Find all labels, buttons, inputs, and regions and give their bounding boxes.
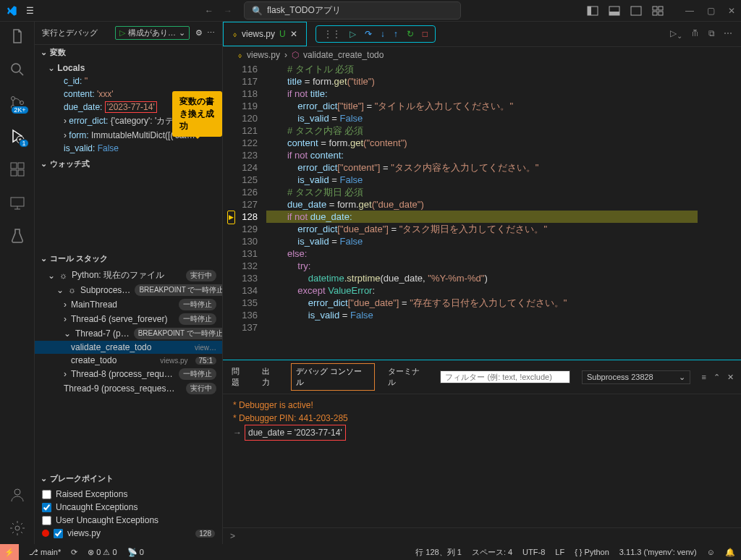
bp-user-uncaught[interactable]: User Uncaught Exceptions (35, 514, 222, 527)
tab-debug-console[interactable]: デバッグ コンソール (291, 363, 375, 391)
maximize-button[interactable]: ▢ (707, 6, 715, 16)
svg-rect-3 (609, 12, 619, 15)
command-center[interactable]: 🔍 flask_TODOアプリ (244, 1, 461, 20)
eol-status[interactable]: LF (555, 548, 564, 556)
breakpoints-section-header[interactable]: ブレークポイント (35, 471, 222, 486)
tab-problems[interactable]: 問題 (230, 364, 249, 390)
feedback-icon[interactable]: ☺ (707, 548, 715, 556)
nav-back[interactable]: ← (205, 6, 213, 16)
more-icon[interactable]: ⋯ (207, 28, 215, 38)
restart-button[interactable]: ↻ (407, 29, 414, 39)
svg-point-19 (14, 489, 20, 495)
stack-thread7[interactable]: Thread-7 (p…BREAKPOINT で一時停止 (35, 326, 222, 341)
close-tab-icon[interactable]: ✕ (290, 29, 297, 39)
tooltip-variable-changed: 変数の書き換え成功 (172, 91, 222, 137)
interpreter-status[interactable]: 3.11.3 ('myenv': venv) (619, 548, 697, 556)
code-editor[interactable]: 116117118119120 121122123124125 12612712… (223, 63, 741, 360)
encoding-status[interactable]: UTF-8 (522, 548, 545, 556)
stack-thread8[interactable]: Thread-8 (process_requ…一時停止 (35, 367, 222, 381)
layout-sidebar-right-icon[interactable] (630, 5, 642, 17)
callstack-section-header[interactable]: コール スタック (35, 251, 222, 266)
stack-frame2[interactable]: create_todoviews.py75:1 (35, 354, 222, 367)
stack-mainthread[interactable]: MainThread一時停止 (35, 297, 222, 312)
minimap[interactable] (698, 63, 741, 360)
gutter: 116117118119120 121122123124125 12612712… (223, 63, 266, 360)
more-actions-icon[interactable]: ⋯ (724, 28, 732, 40)
svg-rect-5 (653, 7, 657, 10)
svg-rect-7 (653, 12, 657, 15)
testing-icon[interactable] (9, 227, 26, 245)
debug-console-input[interactable]: > (223, 527, 741, 544)
step-into-button[interactable]: ↓ (381, 29, 385, 39)
split-editor-icon[interactable]: ⫚ (691, 28, 700, 40)
remote-icon[interactable] (9, 194, 26, 211)
layout-customize-icon[interactable] (652, 5, 664, 17)
tab-terminal[interactable]: ターミナル (386, 364, 429, 390)
step-over-button[interactable]: ↷ (365, 29, 372, 39)
problems-status[interactable]: ⊗ 0 ⚠ 0 (88, 548, 117, 557)
vscode-icon (6, 5, 17, 17)
filter-input[interactable] (440, 370, 570, 383)
accounts-icon[interactable] (9, 486, 26, 504)
debug-settings-icon[interactable]: ⚙ (195, 28, 203, 38)
locals-header[interactable]: Locals (57, 63, 85, 73)
svg-point-10 (11, 97, 14, 101)
tab-output[interactable]: 出力 (261, 364, 279, 390)
indent-status[interactable]: スペース: 4 (472, 547, 512, 558)
drag-handle-icon[interactable]: ⋮⋮ (323, 29, 341, 39)
variables-section-header[interactable]: 変数 (35, 45, 222, 60)
watch-section-header[interactable]: ウォッチ式 (35, 156, 222, 171)
debug-config-select[interactable]: ▷構成があり…⌄ (115, 26, 190, 40)
stack-subprocess[interactable]: ☼ Subproces…BREAKPOINT で一時停止 (35, 283, 222, 297)
layout-panel-icon[interactable] (609, 5, 620, 17)
diff-icon[interactable]: ⧉ (708, 28, 715, 40)
collapse-icon[interactable]: ⌃ (714, 373, 720, 382)
search-icon[interactable] (9, 61, 26, 78)
svg-point-20 (15, 526, 20, 530)
stop-button[interactable]: □ (423, 29, 428, 39)
minimize-button[interactable]: — (685, 6, 694, 16)
sync-icon[interactable]: ⟳ (71, 548, 77, 557)
svg-rect-18 (11, 198, 24, 206)
breadcrumb[interactable]: ⬨ views.py › ⬡ validate_create_todo (223, 47, 741, 63)
titlebar: ☰ ← → 🔍 flask_TODOアプリ — ▢ ✕ (0, 0, 741, 22)
due-date-value[interactable]: '2023-77-14' (105, 101, 157, 113)
debug-console-output[interactable]: * Debugger is active! * Debugger PIN: 44… (223, 394, 741, 527)
continue-button[interactable]: ▷ (350, 29, 356, 39)
stack-thread6[interactable]: Thread-6 (serve_forever)一時停止 (35, 312, 222, 326)
step-out-button[interactable]: ↑ (394, 29, 398, 39)
svg-rect-1 (588, 7, 591, 15)
svg-rect-14 (11, 163, 17, 169)
bp-raised[interactable]: Raised Exceptions (35, 488, 222, 501)
close-button[interactable]: ✕ (728, 6, 735, 16)
activity-bar: 2K+ 1 (0, 22, 35, 544)
nav-forward[interactable]: → (224, 6, 232, 16)
remote-indicator[interactable]: ⚡ (0, 544, 19, 560)
modified-indicator: U (279, 29, 286, 39)
ports-status[interactable]: 📡 0 (127, 548, 144, 557)
git-branch[interactable]: ⎇ main* (29, 548, 61, 557)
close-panel-icon[interactable]: ✕ (727, 373, 734, 382)
bp-file[interactable]: views.py128 (35, 527, 222, 540)
clear-icon[interactable]: ≡ (702, 373, 706, 382)
run-debug-icon[interactable]: 1 (9, 127, 26, 145)
explorer-icon[interactable] (9, 27, 26, 45)
stack-frame1[interactable]: validate_create_todoview… (35, 341, 222, 354)
source-control-icon[interactable]: 2K+ (9, 94, 26, 111)
panel: 問題 出力 デバッグ コンソール ターミナル Subprocess 23828⌄… (223, 360, 741, 544)
language-status[interactable]: { } Python (575, 548, 609, 556)
process-select[interactable]: Subprocess 23828⌄ (582, 370, 690, 384)
menu-icon[interactable]: ☰ (26, 6, 34, 16)
bp-uncaught[interactable]: Uncaught Exceptions (35, 501, 222, 514)
run-button[interactable]: ▷⌄ (670, 28, 682, 40)
extensions-icon[interactable] (9, 161, 26, 178)
layout-sidebar-left-icon[interactable] (587, 5, 598, 17)
stack-python[interactable]: ☼ Python: 現在のファイル実行中 (35, 268, 222, 283)
settings-gear-icon[interactable] (9, 519, 26, 537)
svg-rect-6 (659, 7, 663, 10)
tab-views-py[interactable]: ⬨ views.py U ✕ (223, 22, 307, 46)
cursor-position[interactable]: 行 128、列 1 (415, 547, 462, 558)
svg-rect-8 (659, 12, 663, 15)
stack-thread9[interactable]: Thread-9 (process_reques…実行中 (35, 381, 222, 396)
notifications-icon[interactable]: 🔔 (725, 548, 735, 557)
